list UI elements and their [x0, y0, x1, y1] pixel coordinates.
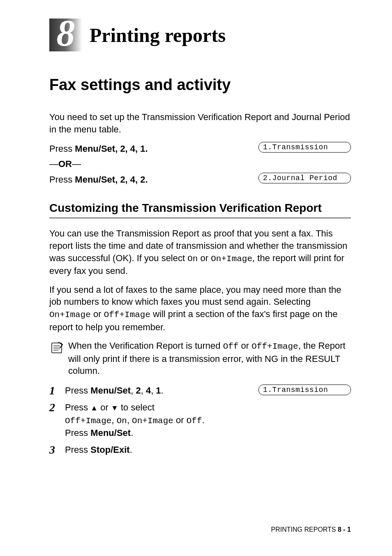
step-number: 1 [49, 385, 65, 397]
press-row-1: Press Menu/Set, 2, 4, 1. 1.Transmission [49, 142, 351, 155]
text: Press [65, 428, 90, 438]
page-footer: PRINTING REPORTS 8 - 1 [271, 526, 351, 533]
step-2: 2 Press ▲ or ▼ to select Off+Image, On, … [49, 401, 351, 440]
code-off: Off [223, 342, 239, 351]
text: , [131, 385, 136, 396]
step-content: Press Stop/Exit. [65, 444, 351, 456]
footer-text: PRINTING REPORTS [271, 526, 338, 533]
subsection-para-2: If you send a lot of faxes to the same p… [49, 284, 351, 333]
option: Off [187, 416, 202, 426]
page-number: 8 - 1 [338, 526, 351, 533]
section-intro: You need to set up the Transmission Veri… [49, 111, 351, 135]
code-offimage: Off+Image [251, 342, 298, 351]
text: or [238, 341, 251, 351]
button-label: Stop/Exit [90, 445, 129, 455]
up-arrow-icon: ▲ [90, 403, 98, 412]
chapter-header: 8 Printing reports [49, 19, 351, 51]
text: , [127, 415, 132, 425]
text: , [111, 415, 116, 425]
step-number: 2 [49, 401, 65, 414]
option: On [117, 416, 127, 426]
lcd-display-journal: 2.Journal Period [258, 173, 351, 183]
press-prefix: Press [49, 144, 75, 154]
text: or [91, 309, 104, 319]
key: 1 [156, 385, 161, 396]
text: Press [65, 385, 90, 396]
text: If you send a lot of faxes to the same p… [49, 285, 341, 307]
chapter-title: Printing reports [90, 24, 226, 46]
text: , [151, 385, 156, 396]
lcd-display-step1: 1.Transmission [258, 385, 351, 395]
text: Press [65, 402, 90, 412]
text: Press [65, 445, 90, 455]
or-dash: — [72, 159, 81, 169]
text: . [131, 428, 133, 438]
or-dash: — [49, 159, 58, 169]
steps-list: 1 Press Menu/Set, 2, 4, 1. 1.Transmissio… [49, 385, 351, 456]
code-onimage: On+Image [211, 254, 252, 264]
text: or [98, 402, 111, 412]
section-title: Fax settings and activity [49, 76, 351, 94]
step-content: Press ▲ or ▼ to select Off+Image, On, On… [65, 401, 351, 440]
or-text: OR [58, 159, 72, 169]
press-row-2: Press Menu/Set, 2, 4, 2. 2.Journal Perio… [49, 173, 351, 186]
subsection-para-1: You can use the Transmission Report as p… [49, 227, 351, 277]
text: , [141, 385, 146, 396]
note-block: When the Verification Report is turned O… [49, 340, 351, 377]
chapter-number-badge: 8 [49, 19, 82, 51]
press-button: Menu/Set [75, 174, 115, 185]
text: When the Verification Report is turned [68, 341, 223, 351]
subsection: Customizing the Transmission Verificatio… [49, 201, 351, 456]
code-onimage: On+Image [49, 310, 91, 320]
text: . [161, 385, 164, 396]
option: On+Image [132, 416, 173, 426]
step-number: 3 [49, 444, 65, 456]
lcd-display-transmission: 1.Transmission [258, 142, 351, 153]
key: 2 [136, 385, 141, 396]
press-prefix: Press [49, 174, 75, 185]
text: . [202, 415, 205, 425]
text: or [173, 415, 187, 425]
press-seq: , 2, 4, 1. [115, 144, 148, 154]
step-3: 3 Press Stop/Exit. [49, 444, 351, 456]
code-offimage: Off+Image [104, 310, 150, 320]
text: . [130, 445, 132, 455]
key: 4 [146, 385, 151, 396]
or-separator: —OR— [49, 159, 351, 169]
step-1: 1 Press Menu/Set, 2, 4, 1. 1.Transmissio… [49, 385, 351, 397]
code-on: On [187, 254, 198, 264]
press-button: Menu/Set [75, 144, 115, 154]
down-arrow-icon: ▼ [111, 403, 118, 412]
button-label: Menu/Set [90, 385, 131, 396]
text: to select [118, 402, 154, 412]
option: Off+Image [65, 416, 111, 426]
button-label: Menu/Set [90, 428, 131, 438]
press-seq: , 2, 4, 2. [115, 174, 148, 185]
press-instruction-2: Press Menu/Set, 2, 4, 2. [49, 173, 148, 186]
note-text: When the Verification Report is turned O… [68, 340, 351, 377]
press-instruction-1: Press Menu/Set, 2, 4, 1. [49, 142, 148, 155]
step-content: Press Menu/Set, 2, 4, 1. [65, 385, 250, 397]
subsection-title: Customizing the Transmission Verificatio… [49, 201, 351, 218]
text: or [198, 253, 211, 263]
note-icon [49, 341, 64, 355]
